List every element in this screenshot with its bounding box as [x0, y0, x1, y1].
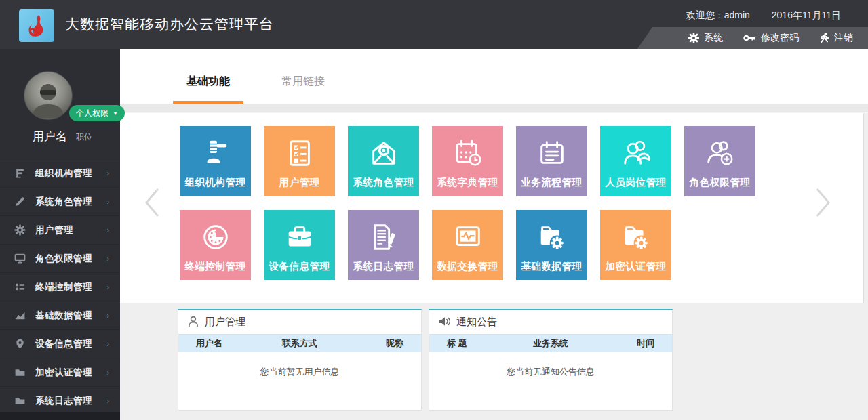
tile-label: 系统字典管理: [437, 176, 498, 189]
folder-gear-icon: [536, 210, 568, 260]
monitor-wave-icon: [452, 210, 484, 260]
tiles-carousel: 组织机构管理 用户管理: [120, 113, 864, 303]
tile-label: 业务流程管理: [521, 176, 583, 189]
welcome-text: 欢迎您：admin 2016年11月11日: [686, 9, 841, 22]
folder-icon: [14, 366, 26, 378]
tab-common-links[interactable]: 常用链接: [268, 75, 338, 104]
briefcase-icon: [284, 210, 315, 260]
column-header: 联系方式: [265, 337, 334, 350]
tile-base-data[interactable]: 基础数据管理: [516, 210, 587, 280]
tile-system-roles[interactable]: 系统角色管理: [348, 126, 419, 196]
tile-label: 终端控制管理: [185, 260, 246, 273]
logout-button[interactable]: 注销: [819, 32, 853, 44]
chevron-right-icon: ›: [106, 168, 108, 178]
column-header: 用户名: [196, 337, 265, 350]
change-password-label: 修改密码: [761, 32, 799, 44]
profile-role: 职位: [76, 131, 92, 143]
sidebar-item-encryption-auth[interactable]: 加密认证管理 ›: [0, 358, 120, 386]
sidebar-item-system-logs[interactable]: 系统日志管理 ›: [0, 386, 120, 415]
divider-band: [120, 104, 868, 113]
chevron-right-icon: ›: [106, 339, 108, 349]
sidebar-item-base-data[interactable]: 基础数据管理 ›: [0, 301, 120, 329]
logout-label: 注销: [834, 32, 853, 44]
sidebar-menu: 组织机构管理 › 系统角色管理 › 用户管理 › 角色权限管理: [0, 159, 120, 415]
panel-title-text: 通知公告: [456, 316, 497, 329]
permission-badge-label: 个人权限: [76, 108, 108, 119]
person-add-icon: [705, 126, 736, 176]
welcome-user: 欢迎您：admin: [686, 9, 750, 20]
sidebar-item-device-info[interactable]: 设备信息管理 ›: [0, 329, 120, 358]
person-outline-icon: [188, 316, 199, 329]
tile-label: 人员岗位管理: [606, 176, 667, 189]
chevron-right-icon: ›: [106, 396, 108, 406]
change-password-button[interactable]: 修改密码: [743, 32, 799, 44]
checklist-icon: [284, 126, 315, 176]
people-icon: [620, 126, 652, 176]
sidebar-item-role-permissions[interactable]: 角色权限管理 ›: [0, 244, 120, 272]
chevron-left-icon[interactable]: [140, 185, 163, 223]
tile-personnel-posts[interactable]: 人员岗位管理: [600, 126, 671, 196]
tile-org-structure[interactable]: 组织机构管理: [180, 126, 251, 196]
chevron-right-icon[interactable]: [812, 185, 835, 223]
chevron-right-icon: ›: [106, 367, 108, 377]
monitor-icon: [14, 253, 26, 264]
main-content: 基础功能 常用链接 组织机构管理: [120, 49, 868, 420]
tile-label: 基础数据管理: [521, 260, 583, 273]
tile-label: 用户管理: [279, 176, 320, 189]
gear-icon: [14, 224, 26, 236]
tile-grid: 组织机构管理 用户管理: [180, 126, 755, 280]
column-header: 标 题: [447, 337, 516, 350]
tile-terminal-control[interactable]: 终端控制管理: [180, 210, 251, 280]
tab-basic-functions[interactable]: 基础功能: [173, 75, 243, 104]
sidebar-item-system-roles[interactable]: 系统角色管理 ›: [0, 187, 120, 215]
document-pen-icon: [368, 210, 399, 260]
area-chart-icon: [14, 310, 26, 321]
chevron-right-icon: ›: [106, 310, 108, 320]
tile-system-dictionary[interactable]: 系统字典管理: [432, 126, 503, 196]
tile-system-logs[interactable]: 系统日志管理: [348, 210, 419, 280]
tile-label: 设备信息管理: [269, 260, 330, 273]
tile-user-management[interactable]: 用户管理: [264, 126, 335, 196]
chevron-right-icon: ›: [106, 196, 108, 207]
sidebar-item-label: 加密认证管理: [35, 366, 106, 379]
personal-permission-badge[interactable]: 个人权限 ▼: [69, 105, 125, 121]
sidebar-item-org-structure[interactable]: 组织机构管理 ›: [0, 159, 120, 187]
sidebar-item-label: 用户管理: [35, 224, 106, 236]
mail-at-icon: [368, 126, 399, 176]
tile-label: 加密认证管理: [606, 260, 667, 273]
column-header: 昵称: [334, 337, 403, 350]
tile-role-permissions[interactable]: 角色权限管理: [684, 126, 755, 196]
chevron-down-icon: ▼: [113, 110, 118, 117]
tile-label: 系统日志管理: [353, 260, 414, 273]
system-button[interactable]: 系统: [688, 32, 723, 44]
empty-message: 您当前暂无用户信息: [178, 366, 421, 378]
profile-username: 用户名: [33, 129, 67, 144]
sidebar: 个人权限 ▼ 用户名 职位 组织机构管理 › 系统角色管理 ›: [0, 49, 120, 420]
list-grid-icon: [14, 281, 26, 293]
empty-message: 您当前无通知公告信息: [429, 366, 672, 378]
tile-label: 角色权限管理: [690, 176, 751, 189]
location-pin-icon: [14, 338, 26, 350]
tile-device-info[interactable]: 设备信息管理: [264, 210, 335, 280]
key-icon: [743, 33, 756, 43]
users-panel: 用户管理 用户名 联系方式 昵称 您当前暂无用户信息: [178, 309, 422, 411]
tile-encryption-auth[interactable]: 加密认证管理: [600, 210, 671, 280]
flame-logo-icon: [19, 9, 54, 42]
tile-label: 数据交换管理: [437, 260, 498, 273]
tile-data-exchange[interactable]: 数据交换管理: [432, 210, 503, 280]
sidebar-item-label: 系统日志管理: [35, 395, 106, 407]
speaker-icon: [439, 316, 450, 329]
sidebar-item-user-management[interactable]: 用户管理 ›: [0, 215, 120, 244]
avatar[interactable]: [24, 71, 73, 120]
profile-section: 个人权限 ▼ 用户名 职位: [0, 49, 120, 157]
notices-panel-title: 通知公告: [429, 310, 672, 335]
sidebar-item-label: 组织机构管理: [35, 167, 106, 180]
gavel-icon: [200, 126, 231, 176]
column-header: 时间: [585, 337, 654, 350]
sidebar-item-terminal-control[interactable]: 终端控制管理 ›: [0, 272, 120, 301]
logout-runner-icon: [819, 33, 829, 44]
tile-business-process[interactable]: 业务流程管理: [516, 126, 587, 196]
chevron-right-icon: ›: [106, 225, 108, 235]
tile-label: 组织机构管理: [185, 176, 246, 189]
sidebar-item-label: 终端控制管理: [35, 281, 106, 293]
